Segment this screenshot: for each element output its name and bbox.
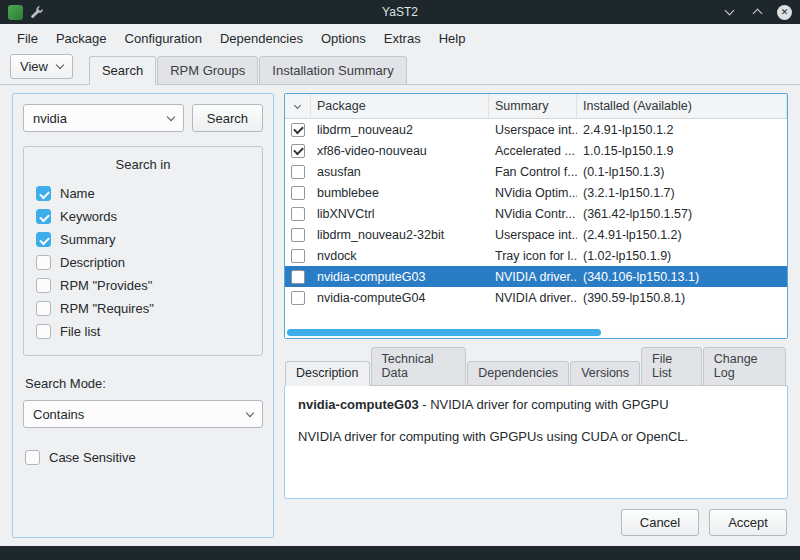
menu-configuration[interactable]: Configuration <box>116 27 211 50</box>
detail-tab-change-log[interactable]: Change Log <box>703 347 786 386</box>
package-row-nvdock[interactable]: nvdockTray icon for l...(1.02-lp150.1.9) <box>285 245 787 266</box>
checkbox-rpm-requires[interactable]: RPM "Requires" <box>34 297 252 320</box>
search-mode-value: Contains <box>33 407 84 422</box>
accept-button[interactable]: Accept <box>709 509 787 536</box>
menu-dependencies[interactable]: Dependencies <box>211 27 312 50</box>
package-name: libdrm_nouveau2 <box>311 123 489 137</box>
checkbox-indicator <box>291 228 305 242</box>
description-panel: nvidia-computeG03 - NVIDIA driver for co… <box>284 385 788 499</box>
checkbox-indicator <box>291 249 305 263</box>
package-summary: Fan Control f... <box>489 165 577 179</box>
package-version: (390.59-lp150.8.1) <box>577 291 787 305</box>
package-checkbox[interactable] <box>285 207 311 221</box>
package-checkbox[interactable] <box>285 144 311 158</box>
package-summary: NVIDIA driver... <box>489 270 577 284</box>
view-dropdown[interactable]: View <box>10 54 73 79</box>
checkbox-name[interactable]: Name <box>34 182 252 205</box>
checkbox-indicator <box>36 209 51 224</box>
checkbox-label: File list <box>60 324 100 339</box>
checkbox-indicator <box>36 232 51 247</box>
search-input[interactable] <box>33 111 143 126</box>
status-column-header[interactable] <box>285 94 311 118</box>
checkbox-indicator <box>36 278 51 293</box>
window-title: YaST2 <box>0 5 800 19</box>
package-row-libdrm-nouveau2-32bit[interactable]: libdrm_nouveau2-32bitUserspace int...(2.… <box>285 224 787 245</box>
package-version: (1.02-lp150.1.9) <box>577 249 787 263</box>
tab-rpm-groups[interactable]: RPM Groups <box>157 56 258 85</box>
checkbox-indicator <box>36 186 51 201</box>
package-name: libXNVCtrl <box>311 207 489 221</box>
maximize-button[interactable] <box>749 4 765 20</box>
package-name: xf86-video-nouveau <box>311 144 489 158</box>
checkbox-label: Name <box>60 186 95 201</box>
checkbox-label: Keywords <box>60 209 117 224</box>
package-summary: Userspace int... <box>489 123 577 137</box>
scrollbar-thumb[interactable] <box>287 329 601 336</box>
package-row-nvidia-computeg04[interactable]: nvidia-computeG04NVIDIA driver...(390.59… <box>285 287 787 308</box>
detail-tab-versions[interactable]: Versions <box>570 361 640 386</box>
yast2-window: YaST2 FilePackageConfigurationDependenci… <box>0 0 800 560</box>
chevron-down-icon <box>246 408 254 416</box>
case-sensitive-label: Case Sensitive <box>49 450 136 465</box>
chevron-down-icon <box>167 112 175 120</box>
detail-tab-description[interactable]: Description <box>285 361 370 386</box>
package-checkbox[interactable] <box>285 186 311 200</box>
description-package-name: nvidia-computeG03 <box>298 397 419 412</box>
checkbox-description[interactable]: Description <box>34 251 252 274</box>
horizontal-scrollbar[interactable] <box>285 328 787 338</box>
status-bar <box>0 546 800 560</box>
package-checkbox[interactable] <box>285 270 311 284</box>
menu-extras[interactable]: Extras <box>375 27 430 50</box>
tab-search[interactable]: Search <box>89 56 156 85</box>
cancel-button[interactable]: Cancel <box>621 509 699 536</box>
menu-file[interactable]: File <box>8 27 47 50</box>
checkbox-indicator <box>291 270 305 284</box>
minimize-button[interactable] <box>721 4 737 20</box>
package-checkbox[interactable] <box>285 165 311 179</box>
checkbox-indicator <box>291 186 305 200</box>
checkbox-keywords[interactable]: Keywords <box>34 205 252 228</box>
package-column-header[interactable]: Package <box>311 94 489 118</box>
checkbox-summary[interactable]: Summary <box>34 228 252 251</box>
detail-tab-file-list[interactable]: File List <box>641 347 702 386</box>
package-checkbox[interactable] <box>285 228 311 242</box>
search-term-combobox[interactable] <box>23 104 184 132</box>
package-row-asusfan[interactable]: asusfanFan Control f...(0.1-lp150.1.3) <box>285 161 787 182</box>
package-area: Package Summary Installed (Available) li… <box>284 93 788 538</box>
table-header: Package Summary Installed (Available) <box>285 94 787 119</box>
search-row: Search <box>23 104 263 132</box>
summary-column-header[interactable]: Summary <box>489 94 577 118</box>
package-row-bumblebee[interactable]: bumblebeeNVidia Optim...(3.2.1-lp150.1.7… <box>285 182 787 203</box>
menu-package[interactable]: Package <box>47 27 116 50</box>
detail-tab-dependencies[interactable]: Dependencies <box>467 361 569 386</box>
installed-column-header[interactable]: Installed (Available) <box>577 94 787 118</box>
titlebar[interactable]: YaST2 <box>0 0 800 24</box>
package-checkbox[interactable] <box>285 249 311 263</box>
package-checkbox[interactable] <box>285 123 311 137</box>
case-sensitive-checkbox[interactable]: Case Sensitive <box>23 446 263 469</box>
checkbox-label: Summary <box>60 232 116 247</box>
search-mode-dropdown[interactable]: Contains <box>23 400 263 428</box>
package-row-nvidia-computeg03[interactable]: nvidia-computeG03NVIDIA driver...(340.10… <box>285 266 787 287</box>
package-name: libdrm_nouveau2-32bit <box>311 228 489 242</box>
close-icon[interactable] <box>777 5 792 20</box>
package-row-xf86-video-nouveau[interactable]: xf86-video-nouveauAccelerated ...1.0.15-… <box>285 140 787 161</box>
tab-bar: View SearchRPM GroupsInstallation Summar… <box>0 52 800 85</box>
main-tabs: SearchRPM GroupsInstallation Summary <box>89 56 408 84</box>
package-checkbox[interactable] <box>285 291 311 305</box>
checkbox-file-list[interactable]: File list <box>34 320 252 343</box>
checkbox-rpm-provides[interactable]: RPM "Provides" <box>34 274 252 297</box>
search-button[interactable]: Search <box>192 104 263 132</box>
checkbox-indicator <box>291 291 305 305</box>
detail-tab-technical-data[interactable]: Technical Data <box>371 347 467 386</box>
tab-installation-summary[interactable]: Installation Summary <box>259 56 406 85</box>
package-summary: Tray icon for l... <box>489 249 577 263</box>
view-dropdown-label: View <box>20 59 48 74</box>
package-version: (340.106-lp150.13.1) <box>577 270 787 284</box>
package-row-libxnvctrl[interactable]: libXNVCtrlNVidia Contr...(361.42-lp150.1… <box>285 203 787 224</box>
package-summary: NVIDIA driver... <box>489 291 577 305</box>
package-name: nvdock <box>311 249 489 263</box>
menu-help[interactable]: Help <box>430 27 475 50</box>
menu-options[interactable]: Options <box>312 27 375 50</box>
package-row-libdrm-nouveau2[interactable]: libdrm_nouveau2Userspace int...2.4.91-lp… <box>285 119 787 140</box>
